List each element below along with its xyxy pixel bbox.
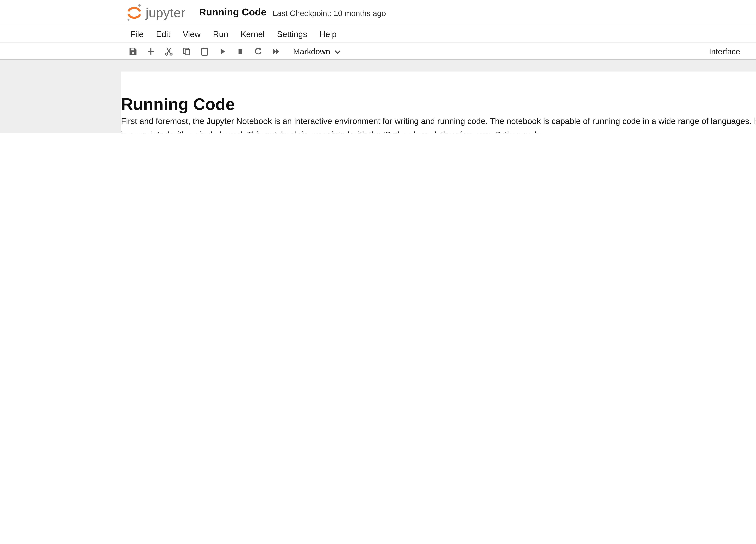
- menu-run[interactable]: Run: [207, 25, 235, 42]
- menu-file[interactable]: File: [126, 25, 150, 42]
- menu-bar: FileEditViewRunKernelSettingsHelp: [0, 25, 756, 43]
- insert-cell-below-icon[interactable]: [146, 46, 155, 56]
- cut-cell-icon[interactable]: [164, 46, 173, 56]
- copy-cell-icon[interactable]: [181, 46, 191, 56]
- run-icon[interactable]: [217, 46, 227, 56]
- cell-type-dropdown[interactable]: Markdown: [293, 47, 341, 56]
- jupyter-planet-icon: [126, 3, 143, 22]
- menu-edit[interactable]: Edit: [150, 25, 177, 42]
- menu-settings[interactable]: Settings: [271, 25, 313, 42]
- chevron-down-icon: [334, 50, 341, 54]
- last-checkpoint-label: Last Checkpoint: 10 months ago: [273, 8, 386, 18]
- jupyter-logo[interactable]: jupyter: [126, 3, 186, 22]
- save-icon[interactable]: [128, 46, 138, 56]
- cell-type-value: Markdown: [293, 47, 330, 56]
- restart-kernel-icon[interactable]: [253, 46, 263, 56]
- notebook-header: jupyter Running Code Last Checkpoint: 10…: [0, 0, 756, 25]
- markdown-h1[interactable]: Running Code: [121, 72, 756, 115]
- menu-view[interactable]: View: [176, 25, 207, 42]
- notebook-title[interactable]: Running Code: [199, 7, 266, 18]
- toolbar-buttons: [128, 46, 289, 56]
- restart-run-all-icon[interactable]: [271, 46, 281, 56]
- jupyter-wordmark: jupyter: [146, 6, 185, 20]
- toolbar-right: Interface Python 3 (ipykernel): [709, 47, 756, 56]
- menu-kernel[interactable]: Kernel: [234, 25, 271, 42]
- interface-button[interactable]: Interface: [709, 47, 740, 56]
- stop-icon[interactable]: [235, 46, 245, 56]
- menu-help[interactable]: Help: [313, 25, 343, 42]
- notebook-scroll-area[interactable]: Running Code First and foremost, the Jup…: [0, 60, 756, 133]
- markdown-paragraph-intro[interactable]: First and foremost, the Jupyter Notebook…: [121, 115, 756, 133]
- notebook-document: Running Code First and foremost, the Jup…: [121, 72, 756, 133]
- paste-cell-icon[interactable]: [199, 46, 209, 56]
- toolbar: Markdown Interface Python 3 (ipykernel): [0, 43, 756, 60]
- jupyter-notebook-window: jupyter Running Code Last Checkpoint: 10…: [0, 0, 756, 133]
